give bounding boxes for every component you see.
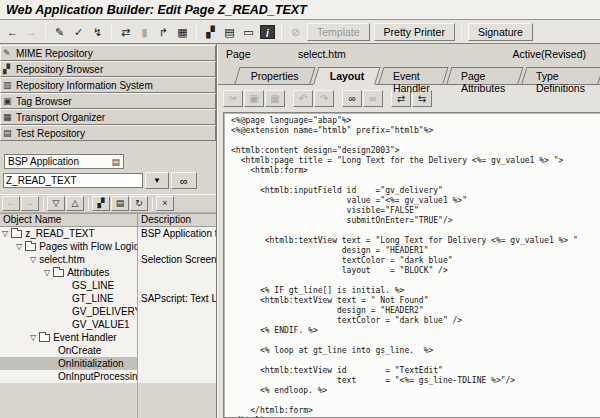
tree-row[interactable]: ▽select.htm Selection Screen	[0, 253, 216, 266]
dropdown-arrow-icon[interactable]: ▼	[145, 172, 169, 189]
expander-icon[interactable]: ▽	[16, 240, 22, 253]
sidebar-item-transport-organizer[interactable]: ▦ Transport Organizer	[0, 109, 216, 125]
display-change-icon[interactable]: ✎	[50, 23, 69, 41]
redo-icon[interactable]: ↷	[314, 90, 334, 107]
tab-page-attributes[interactable]: Page Attributes	[446, 67, 524, 85]
sidebar-item-tag-browser[interactable]: ▣ Tag Browser	[0, 93, 216, 109]
navigator-panel: ✎ MIME Repository ▞ Repository Browser ▥…	[0, 44, 217, 418]
worklist-icon[interactable]: ▤	[220, 23, 239, 41]
toolbar-separator	[111, 23, 112, 40]
stop-icon[interactable]: ⊘	[286, 23, 305, 41]
tree-node-label: select.htm	[39, 253, 85, 266]
tree-node-label: GT_LINE	[72, 292, 114, 305]
display-object-list-icon[interactable]: ▞	[92, 196, 110, 211]
display-glasses-icon[interactable]: ∞	[171, 172, 197, 189]
refresh-icon[interactable]: ↻	[130, 196, 148, 211]
expander-icon[interactable]: ▽	[30, 253, 36, 266]
column-header-description[interactable]: Description	[138, 214, 216, 226]
sidebar-item-label: Test Repository	[16, 128, 85, 139]
template-button[interactable]: Template	[307, 23, 370, 41]
sidebar-item-mime-repository[interactable]: ✎ MIME Repository	[0, 45, 216, 61]
tree-row[interactable]: GS_LINE	[0, 279, 216, 292]
tree-node-description	[138, 357, 216, 370]
sidebar-item-test-repository[interactable]: ▤ Test Repository	[0, 125, 216, 141]
sidebar-item-label: Repository Browser	[16, 64, 103, 75]
tree-node-description	[138, 240, 216, 253]
tree-node-description	[138, 266, 216, 279]
paste-icon[interactable]: ▦	[265, 90, 285, 107]
fullscreen-icon[interactable]: ▭	[239, 23, 258, 41]
expander-icon[interactable]: ▽	[44, 266, 50, 279]
tree-node-label: Attributes	[67, 266, 109, 279]
copy-icon[interactable]: ▣	[244, 90, 264, 107]
cut-icon[interactable]: ✂	[223, 90, 243, 107]
layout-tab-content: ✂ ▣ ▦ ↶ ↷ ∞ ∞ ⇄ ⇆ <%@page language="abap…	[218, 85, 600, 418]
editor-tabstrip: Properties Layout Event Handler Page Att…	[218, 62, 600, 85]
tree-row[interactable]: ▽Attributes	[0, 266, 216, 279]
forward-icon[interactable]: →	[22, 23, 41, 41]
pretty-printer-button[interactable]: Pretty Printer	[374, 23, 455, 41]
tree-node-label: GS_LINE	[72, 279, 114, 292]
tree-empty-area	[0, 383, 216, 418]
column-header-object-name[interactable]: Object Name	[0, 214, 138, 226]
check-icon[interactable]: ✓	[69, 23, 88, 41]
object-type-select[interactable]: BSP Application ▤	[4, 154, 124, 169]
previous-object-icon[interactable]: ←	[2, 196, 20, 211]
signature-button[interactable]: Signature	[468, 23, 533, 41]
editor-panel: Page select.htm Active(Revised) Properti…	[217, 44, 600, 418]
next-object-icon[interactable]: →	[21, 196, 39, 211]
tree-row[interactable]: GT_LINE SAPscript: Text Lin	[0, 292, 216, 305]
toolbar-separator	[88, 197, 89, 211]
repository-infosystem-icon: ▥	[3, 80, 16, 90]
mime-repository-icon: ✎	[3, 48, 16, 58]
tree-toolbar: ← → ▽ △ ▞ ▤ ↻ ×	[0, 194, 216, 213]
tree-row[interactable]: ▽Pages with Flow Logic	[0, 240, 216, 253]
sidebar-item-label: Tag Browser	[16, 96, 72, 107]
object-list-icon[interactable]: ▞	[201, 23, 220, 41]
tab-properties[interactable]: Properties	[234, 67, 315, 85]
tab-layout[interactable]: Layout	[313, 67, 381, 85]
object-directory-icon[interactable]: ▤	[111, 196, 129, 211]
folder-icon	[11, 230, 22, 238]
inactive-objects-icon[interactable]: ▮	[135, 23, 154, 41]
expander-icon[interactable]: ▽	[2, 227, 8, 240]
tree-node-description	[138, 318, 216, 331]
info-icon[interactable]: i	[260, 25, 275, 39]
find-icon[interactable]: ∞	[342, 90, 362, 107]
undo-icon[interactable]: ↶	[293, 90, 313, 107]
tree-row[interactable]: ▽z_READ_TEXT BSP Application to	[0, 227, 216, 240]
tree-node-description	[138, 279, 216, 292]
tree-row[interactable]: GV_VALUE1	[0, 318, 216, 331]
tree-row[interactable]: OnCreate	[0, 344, 216, 357]
tree-row[interactable]: ▽Event Handler	[0, 331, 216, 344]
expand-all-icon[interactable]: ▽	[47, 196, 65, 211]
collapse-all-icon[interactable]: △	[66, 196, 84, 211]
sidebar-item-repository-browser[interactable]: ▞ Repository Browser	[0, 61, 216, 77]
tree-row[interactable]: GV_DELIVERY	[0, 305, 216, 318]
where-used-list-icon[interactable]: ⇄	[116, 23, 135, 41]
sidebar-item-repository-information-system[interactable]: ▥ Repository Information System	[0, 77, 216, 93]
tree-row[interactable]: OnInputProcessing	[0, 370, 216, 383]
back-icon[interactable]: ←	[3, 23, 22, 41]
sidebar-item-label: Repository Information System	[16, 80, 153, 91]
tab-event-handler[interactable]: Event Handler	[378, 67, 448, 85]
goto-icon[interactable]: ↱	[154, 23, 173, 41]
activate-icon[interactable]: ↯	[88, 23, 107, 41]
find-next-icon[interactable]: ∞	[363, 90, 383, 107]
toolbar-separator	[152, 197, 153, 211]
tree-node-label: OnInputProcessing	[58, 370, 138, 383]
expander-icon[interactable]: ▽	[30, 331, 36, 344]
code-editor[interactable]: <%@page language="abap"%> <%@extension n…	[231, 116, 600, 418]
tree-node-description	[138, 331, 216, 344]
tree-node-description: SAPscript: Text Lin	[138, 292, 216, 305]
open-folder-icon	[39, 334, 50, 342]
bsp-application-input[interactable]	[3, 173, 143, 188]
browser-switch-stack: ✎ MIME Repository ▞ Repository Browser ▥…	[0, 44, 216, 141]
tab-type-definitions[interactable]: Type Definitions	[521, 67, 600, 85]
runtime-object-icon[interactable]: ▦	[173, 23, 192, 41]
close-browser-icon[interactable]: ×	[156, 196, 174, 211]
tree-node-label: OnInitialization	[58, 357, 124, 370]
sidebar-item-label: Transport Organizer	[16, 112, 105, 123]
tree-row-selected[interactable]: OnInitialization	[0, 357, 216, 370]
object-type-label: BSP Application	[8, 156, 79, 167]
